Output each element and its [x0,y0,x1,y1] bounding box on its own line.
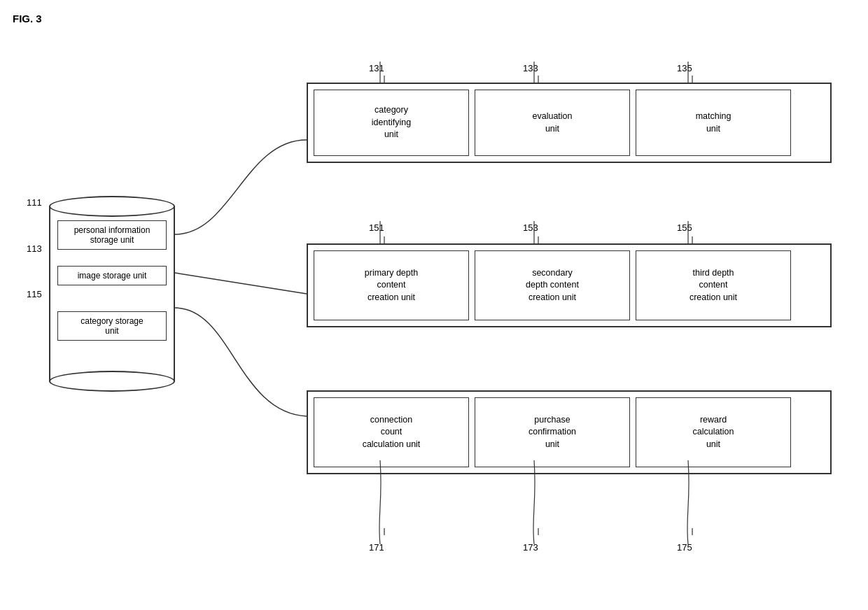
ref-155-line [677,221,705,245]
ref-135-line [677,62,705,84]
ref-153-line [523,221,551,245]
top-section: categoryidentifyingunit evaluationunit m… [307,83,832,163]
ref-175-line-bot [677,460,705,544]
matching-unit: matchingunit [636,90,791,156]
connection-count-calculation-unit: connectioncountcalculation unit [314,397,469,467]
primary-depth-content-creation-unit: primary depthcontentcreation unit [314,250,469,320]
secondary-depth-content-creation-unit: secondarydepth contentcreation unit [475,250,630,320]
db-ellipse-top [49,196,175,217]
ref-115: 115 [27,289,42,299]
category-identifying-unit: categoryidentifyingunit [314,90,469,156]
ref-113: 113 [27,243,42,254]
ref-171-line-bot [369,460,397,544]
ref-133-line [523,62,551,84]
ref-131-line [369,62,397,84]
evaluation-unit: evaluationunit [475,90,630,156]
ref-151-line [369,221,397,245]
db-body: personal informationstorage unit image s… [49,206,175,381]
ref-111: 111 [27,197,42,208]
reward-calculation-unit: rewardcalculationunit [636,397,791,467]
personal-info-storage-unit: personal informationstorage unit [57,220,167,250]
ref-173-line-bot [523,460,551,544]
image-storage-unit: image storage unit [57,266,167,285]
category-storage-unit: category storageunit [57,311,167,341]
db-ellipse-bottom [49,371,175,392]
purchase-confirmation-unit: purchaseconfirmationunit [475,397,630,467]
third-depth-content-creation-unit: third depthcontentcreation unit [636,250,791,320]
mid-section: primary depthcontentcreation unit second… [307,243,832,327]
figure-label: FIG. 3 [13,13,42,24]
database: personal informationstorage unit image s… [42,196,182,392]
